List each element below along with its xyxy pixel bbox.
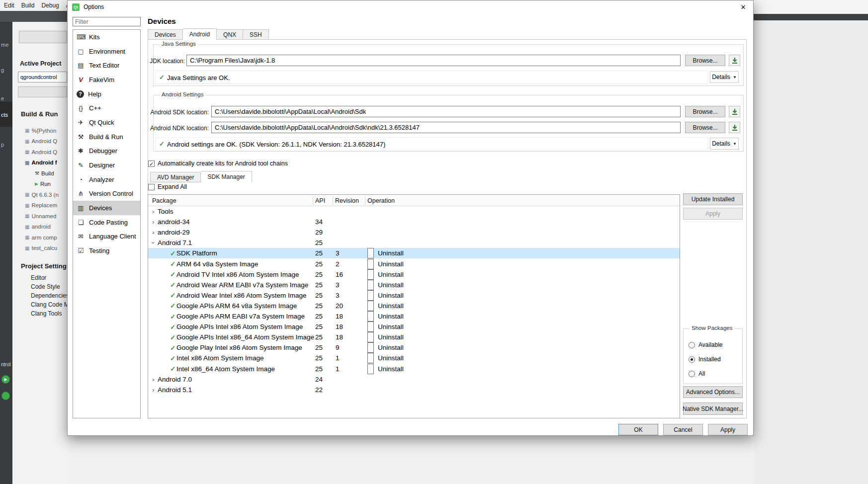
chevron-collapsed-icon[interactable]: › bbox=[152, 206, 155, 217]
category-item-text-editor[interactable]: ▤Text Editor bbox=[73, 58, 140, 73]
native-sdk-manager-button[interactable]: Native SDK Manager... bbox=[683, 403, 743, 415]
jdk-location-input[interactable] bbox=[186, 55, 681, 66]
tab-devices[interactable]: Devices bbox=[148, 29, 183, 40]
uninstall-checkbox[interactable] bbox=[367, 280, 374, 290]
table-row[interactable]: ✓Google APIs ARM EABI v7a System Image25… bbox=[148, 311, 680, 322]
table-row[interactable]: ›Android 5.122 bbox=[148, 385, 680, 395]
menu-item-build[interactable]: Build bbox=[21, 2, 35, 9]
category-item-devices[interactable]: ▥Devices bbox=[73, 201, 140, 215]
category-item-designer[interactable]: ✎Designer bbox=[73, 158, 140, 172]
category-item-c-[interactable]: {}C++ bbox=[73, 101, 140, 115]
tree-item[interactable]: ▦Android Q bbox=[18, 136, 67, 147]
tree-item[interactable]: ▦arm comp bbox=[18, 232, 67, 243]
tab-qnx[interactable]: QNX bbox=[217, 29, 243, 40]
category-item-code-pasting[interactable]: ❏Code Pasting bbox=[73, 215, 140, 230]
project-settings-item-clang-code-m[interactable]: Clang Code M bbox=[31, 300, 67, 309]
run-button-icon[interactable]: ▶ bbox=[1, 375, 10, 384]
tab-android[interactable]: Android bbox=[183, 28, 217, 40]
table-row[interactable]: ›Android 7.125 bbox=[148, 238, 680, 248]
apply-sdk-button[interactable]: Apply bbox=[683, 208, 743, 220]
category-item-build-run[interactable]: ⚒Build & Run bbox=[73, 130, 140, 144]
ndk-browse-button[interactable]: Browse... bbox=[685, 122, 725, 133]
uninstall-checkbox[interactable] bbox=[367, 248, 374, 258]
uninstall-checkbox[interactable] bbox=[367, 322, 374, 332]
uninstall-checkbox[interactable] bbox=[367, 353, 374, 363]
tree-item[interactable]: ▶Run bbox=[18, 179, 67, 190]
java-details-button[interactable]: Details ▼ bbox=[710, 71, 739, 83]
tree-item[interactable]: ▦Android Q bbox=[18, 147, 67, 158]
tree-item[interactable]: ▦Unnamed bbox=[18, 211, 67, 222]
sidebar-secondary-box[interactable] bbox=[18, 86, 67, 97]
radio-installed[interactable] bbox=[689, 356, 695, 363]
project-settings-item-code-style[interactable]: Code Style bbox=[31, 282, 67, 291]
table-row[interactable]: ✓Google APIs Intel x86 Atom System Image… bbox=[148, 322, 680, 332]
active-project-combobox[interactable]: qgroundcontrol bbox=[18, 72, 67, 82]
category-item-debugger[interactable]: ✱Debugger bbox=[73, 144, 140, 159]
android-details-button[interactable]: Details ▼ bbox=[710, 138, 739, 150]
project-settings-item-editor[interactable]: Editor bbox=[31, 273, 67, 282]
update-installed-button[interactable]: Update Installed bbox=[683, 193, 743, 205]
project-settings-item-clang-tools[interactable]: Clang Tools bbox=[31, 309, 67, 318]
filter-input[interactable] bbox=[73, 17, 141, 26]
jdk-download-icon[interactable] bbox=[729, 55, 740, 66]
category-item-kits[interactable]: ⌨Kits bbox=[73, 30, 140, 44]
dialog-titlebar[interactable]: Qt Options bbox=[68, 0, 753, 13]
close-icon[interactable]: ✕ bbox=[733, 0, 753, 13]
sdk-download-icon[interactable] bbox=[729, 106, 740, 117]
column-api[interactable]: API bbox=[315, 195, 325, 206]
tab-sdk-manager[interactable]: SDK Manager bbox=[201, 171, 252, 182]
menu-item-edit[interactable]: Edit bbox=[4, 2, 14, 9]
tree-item[interactable]: ▦test_calcu bbox=[18, 243, 67, 254]
ndk-location-input[interactable] bbox=[211, 122, 681, 133]
uninstall-checkbox[interactable] bbox=[367, 290, 374, 301]
category-item-environment[interactable]: ▢Environment bbox=[73, 44, 140, 59]
mode-bar-fragment[interactable]: cts bbox=[1, 112, 8, 118]
table-row[interactable]: ›android-3434 bbox=[148, 217, 680, 227]
uninstall-checkbox[interactable] bbox=[367, 311, 374, 322]
table-row[interactable]: ›Tools bbox=[148, 206, 680, 217]
table-row[interactable]: ✓Google Play Intel x86 Atom System Image… bbox=[148, 342, 680, 353]
chevron-expanded-icon[interactable]: › bbox=[148, 242, 159, 244]
mode-bar-fragment[interactable]: me bbox=[1, 42, 8, 48]
tree-item[interactable]: ▦Android f bbox=[18, 158, 67, 168]
table-row[interactable]: ✓Google APIs ARM 64 v8a System Image2520… bbox=[148, 301, 680, 311]
radio-all[interactable] bbox=[689, 371, 695, 377]
apply-button[interactable]: Apply bbox=[708, 424, 748, 435]
jdk-browse-button[interactable]: Browse... bbox=[685, 55, 725, 66]
column-operation[interactable]: Operation bbox=[367, 195, 395, 206]
uninstall-checkbox[interactable] bbox=[367, 269, 374, 280]
mode-bar-fragment[interactable]: e bbox=[1, 95, 4, 101]
debug-run-button-icon[interactable] bbox=[1, 392, 10, 400]
table-row[interactable]: ✓Intel x86 Atom System Image251Uninstall bbox=[148, 353, 680, 363]
tree-item[interactable]: ▦Qt 6.6.3 (n bbox=[18, 189, 67, 200]
category-item-help[interactable]: ?Help bbox=[73, 87, 140, 101]
table-row[interactable]: ✓Android Wear Intel x86 Atom System Imag… bbox=[148, 290, 680, 301]
uninstall-checkbox[interactable] bbox=[367, 342, 374, 353]
table-row[interactable]: ✓Android TV Intel x86 Atom System Image2… bbox=[148, 269, 680, 280]
category-item-testing[interactable]: ☑Testing bbox=[73, 243, 140, 258]
chevron-collapsed-icon[interactable]: › bbox=[152, 227, 155, 238]
uninstall-checkbox[interactable] bbox=[367, 332, 374, 342]
sdk-browse-button[interactable]: Browse... bbox=[685, 106, 725, 117]
advanced-options-button[interactable]: Advanced Options... bbox=[683, 386, 743, 398]
category-item-version-control[interactable]: ⋔Version Control bbox=[73, 187, 140, 201]
tab-avd-manager[interactable]: AVD Manager bbox=[150, 172, 201, 182]
mode-bar-fragment[interactable]: g bbox=[1, 67, 4, 73]
ndk-download-icon[interactable] bbox=[729, 122, 740, 133]
table-row[interactable]: ✓Intel x86_64 Atom System Image251Uninst… bbox=[148, 364, 680, 374]
table-row[interactable]: ›Android 7.024 bbox=[148, 374, 680, 385]
tree-item[interactable]: ⚒Build bbox=[18, 168, 67, 179]
auto-kits-checkbox[interactable]: ✓ bbox=[148, 161, 155, 167]
project-settings-item-dependencies[interactable]: Dependencies bbox=[31, 291, 67, 300]
uninstall-checkbox[interactable] bbox=[367, 259, 374, 269]
category-item-language-client[interactable]: ✉Language Client bbox=[73, 230, 140, 244]
table-row[interactable]: ›android-2929 bbox=[148, 227, 680, 238]
tree-item[interactable]: ▦%{Python bbox=[18, 125, 67, 136]
column-revision[interactable]: Revision bbox=[335, 195, 359, 206]
expand-all-checkbox[interactable] bbox=[148, 184, 155, 190]
category-item-analyzer[interactable]: ◔Analyzer bbox=[73, 172, 140, 187]
sdk-location-input[interactable] bbox=[211, 106, 681, 117]
chevron-collapsed-icon[interactable]: › bbox=[152, 374, 155, 385]
table-row[interactable]: ✓SDK Platform253Uninstall bbox=[148, 248, 680, 258]
uninstall-checkbox[interactable] bbox=[367, 301, 374, 311]
